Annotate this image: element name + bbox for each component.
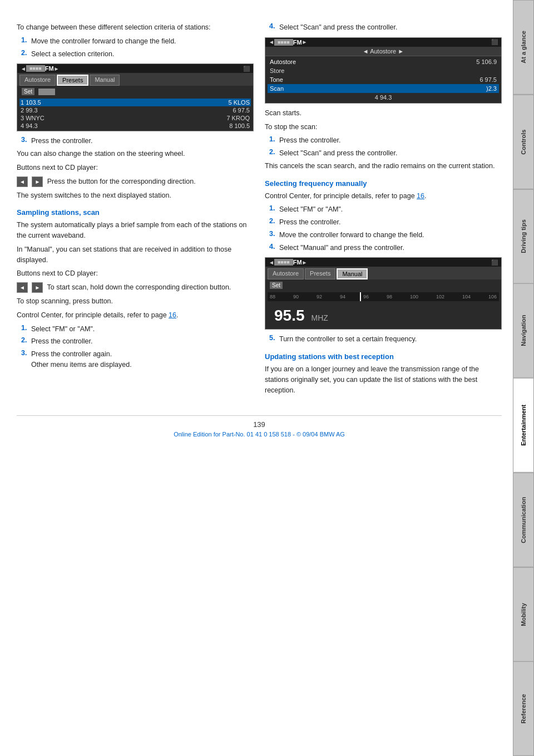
- section1-para1: The system automatically plays a brief s…: [17, 220, 254, 241]
- sidebar-tab-entertainment[interactable]: Entertainment: [513, 378, 534, 473]
- screen3-tab-presets[interactable]: Presets: [305, 268, 335, 279]
- step-2-text: Select a selection criterion.: [31, 49, 114, 60]
- screen2-signal-bars: ■■■■: [274, 39, 293, 46]
- press-button-text: ◄ ► Press the button for the correspondi…: [17, 176, 254, 187]
- frequency-display: 95.5: [270, 305, 309, 327]
- screen3-tab-manual[interactable]: Manual: [337, 268, 368, 279]
- right-step-4: 4. Select "Scan" and press the controlle…: [265, 22, 502, 33]
- section1-step-3: 3. Press the controller again.Other menu…: [17, 349, 254, 370]
- screen3-arrow-right: ►: [302, 259, 308, 266]
- menu-tone: Tone 6 97.5: [268, 75, 499, 84]
- section-frequency-heading: Selecting frequency manually: [265, 179, 502, 188]
- screen2-icon: ⬛: [491, 39, 498, 45]
- section2-para1: Control Center, for principle details, r…: [265, 191, 502, 202]
- section1-step-2: 2. Press the controller.: [17, 336, 254, 347]
- menu-store: Store: [268, 66, 499, 75]
- radio-screen-1: ◄ ■■■■ FM ► ⬛ Autostore Presets Manual S…: [17, 63, 254, 131]
- screen2-fm-label: FM: [293, 39, 302, 46]
- screen2-menu: Autostore 5 106.9 Store Tone 6 97.5 Scan…: [265, 56, 501, 103]
- system-switches-text: The system switches to the next displaye…: [17, 190, 254, 201]
- screen2-arrow-left: ◄: [269, 39, 274, 45]
- intro-para: To change between these different select…: [17, 22, 254, 33]
- screen3-arrow-left: ◄: [269, 259, 274, 266]
- step-2-num: 2.: [21, 49, 29, 60]
- stop-step-1: 1. Press the controller.: [265, 135, 502, 146]
- screen2-arrow-right: ►: [302, 39, 308, 45]
- screen2-autostore-bar: ◄ Autostore ►: [265, 47, 501, 56]
- screen1-fm-label: FM: [45, 65, 54, 72]
- section-updating-heading: Updating stations with best reception: [265, 352, 502, 361]
- station-row-3: 3 WNYC7 KROQ: [19, 114, 251, 122]
- section2-step-1: 1. Select "FM" or "AM".: [265, 204, 502, 215]
- step-3: 3. Press the controller.: [17, 136, 254, 146]
- section1-control-center: Control Center, for principle details, r…: [17, 310, 254, 321]
- right-arrow-button[interactable]: ►: [32, 176, 43, 187]
- screen1-tab-manual[interactable]: Manual: [90, 75, 120, 86]
- section2-step-4: 4. Select "Manual" and press the control…: [265, 243, 502, 253]
- section1-scan-hold: ◄ ► To start scan, hold down the corresp…: [17, 282, 254, 293]
- section1-stop-scan: To stop scanning, press button.: [17, 296, 254, 307]
- station-row-1: 1 103.55 KLOS: [19, 99, 251, 106]
- stop-step-2: 2. Select "Scan" and press the controlle…: [265, 148, 502, 159]
- step-1: 1. Move the controller forward to change…: [17, 36, 254, 47]
- screen1-station-list: 1 103.55 KLOS 2 99.36 97.5 3 WNYC7 KROQ …: [17, 97, 253, 131]
- step-1-text: Move the controller forward to change th…: [31, 36, 176, 47]
- sidebar-tab-at-a-glance[interactable]: At a glance: [513, 0, 534, 95]
- menu-bottom: 4 94.3: [268, 93, 499, 102]
- main-content: To change between these different select…: [0, 0, 513, 454]
- sidebar-tab-communication[interactable]: Communication: [513, 473, 534, 567]
- scan-left-button[interactable]: ◄: [17, 282, 28, 293]
- screen1-set-label: Set: [22, 88, 34, 95]
- buttons-cd-text: Buttons next to CD player:: [17, 163, 254, 173]
- step-3-text: Press the controller.: [31, 136, 92, 146]
- freq-cursor: [360, 292, 361, 301]
- section2-page-ref[interactable]: 16: [417, 192, 424, 200]
- right-column: 4. Select "Scan" and press the controlle…: [265, 22, 502, 399]
- screen1-tab-autostore[interactable]: Autostore: [19, 75, 56, 86]
- page-number: 139: [17, 420, 502, 429]
- radio-screen-2: ◄ ■■■■ FM ► ⬛ ◄ Autostore ► Autostore 5 …: [265, 37, 502, 104]
- screen3-icon: ⬛: [491, 259, 498, 266]
- menu-scan[interactable]: Scan )2.3: [268, 84, 499, 93]
- step-2: 2. Select a selection criterion.: [17, 49, 254, 60]
- scan-right-button[interactable]: ►: [32, 282, 43, 293]
- footer: 139 Online Edition for Part-No. 01 41 0 …: [17, 415, 502, 438]
- screen3-fm-label: FM: [293, 259, 302, 266]
- section1-step-1: 1. Select "FM" or "AM".: [17, 324, 254, 335]
- section1-page-ref[interactable]: 16: [169, 311, 176, 319]
- sidebar-tab-controls[interactable]: Controls: [513, 95, 534, 189]
- sidebar-tab-driving-tips[interactable]: Driving tips: [513, 189, 534, 284]
- freq-bar: 88 90 92 94 96 98 100 102 104 106: [268, 292, 499, 301]
- section1-buttons-cd: Buttons next to CD player:: [17, 268, 254, 279]
- screen1-arrow-left: ◄: [21, 66, 26, 72]
- step-3-num: 3.: [21, 136, 29, 146]
- cancels-text: This cancels the scan search, and the ra…: [265, 161, 502, 171]
- to-stop: To stop the scan:: [265, 122, 502, 132]
- screen3-tab-autostore[interactable]: Autostore: [268, 268, 304, 279]
- screen3-tab-bar: Autostore Presets Manual: [265, 267, 501, 279]
- station-row-2: 2 99.36 97.5: [19, 106, 251, 114]
- screen1-tab-bar: Autostore Presets Manual: [17, 73, 253, 86]
- screen1-tab-presets[interactable]: Presets: [57, 75, 88, 86]
- also-text: You can also change the station on the s…: [17, 149, 254, 159]
- sidebar-tab-reference[interactable]: Reference: [513, 661, 534, 756]
- station-row-4: 4 94.38 100.5: [19, 122, 251, 130]
- sidebar-tab-mobility[interactable]: Mobility: [513, 567, 534, 662]
- sidebar-tab-navigation[interactable]: Navigation: [513, 283, 534, 378]
- scan-starts: Scan starts.: [265, 108, 502, 119]
- menu-autostore: Autostore 5 106.9: [268, 57, 499, 66]
- frequency-unit: MHZ: [312, 313, 328, 322]
- section3-para1: If you are on a longer journey and leave…: [265, 364, 502, 395]
- section2-step-2: 2. Press the controller.: [265, 217, 502, 228]
- screen3-set-label: Set: [270, 282, 283, 289]
- footer-text: Online Edition for Part-No. 01 41 0 158 …: [17, 431, 502, 438]
- freq-scale: 88 90 92 94 96 98 100 102 104 106: [268, 292, 499, 301]
- left-column: To change between these different select…: [17, 22, 254, 399]
- screen3-signal-bars: ■■■■: [274, 259, 293, 266]
- radio-screen-3: ◄ ■■■■ FM ► ⬛ Autostore Presets Manual S…: [265, 257, 502, 330]
- screen1-icon: ⬛: [243, 66, 250, 72]
- left-arrow-button[interactable]: ◄: [17, 176, 28, 187]
- step-1-num: 1.: [21, 36, 29, 47]
- section-sampling-heading: Sampling stations, scan: [17, 208, 254, 217]
- screen1-arrow-right: ►: [54, 66, 60, 72]
